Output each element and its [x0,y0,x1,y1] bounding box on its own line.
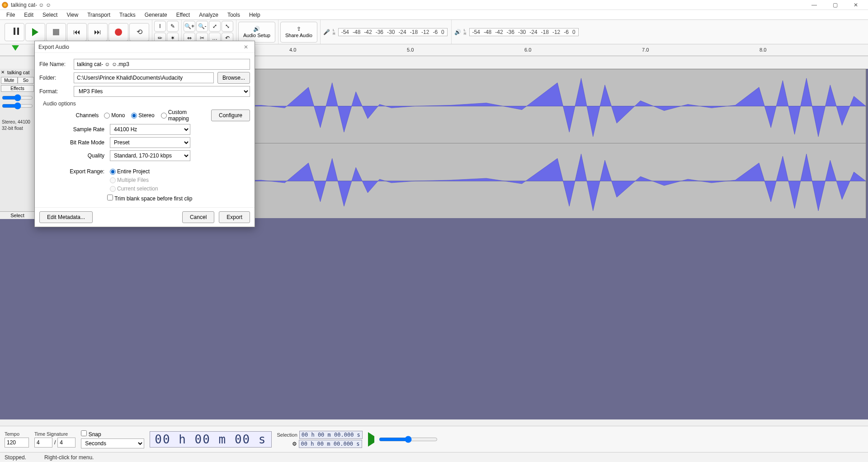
track-control-panel[interactable]: ✕ talking cat Mute So Effects Stereo, 44… [0,69,35,219]
play-at-speed-button[interactable] [368,436,374,443]
share-icon: ⇪ [297,26,301,32]
mono-radio[interactable]: Mono [104,112,125,119]
ruler-tick: 4.0 [289,47,296,52]
minimize-button[interactable]: — [804,0,825,10]
menu-view[interactable]: View [62,11,83,19]
timesig-den-input[interactable] [57,438,75,448]
track-format-info: Stereo, 44100 [2,119,30,124]
quality-select[interactable]: Standard, 170-210 kbps [110,150,190,161]
custom-mapping-radio[interactable]: Custom mapping [161,109,205,122]
menu-tracks[interactable]: Tracks [115,11,140,19]
skip-end-button[interactable] [88,23,108,41]
play-cursor-marker[interactable] [12,45,19,51]
skip-start-button[interactable] [67,23,87,41]
audio-setup-button[interactable]: 🔊 Audio Setup [238,22,275,43]
skip-end-icon [94,28,101,36]
cancel-button[interactable]: Cancel [182,211,214,223]
audio-options-label: Audio options [43,100,250,107]
menu-effect[interactable]: Effect [172,11,194,19]
format-select[interactable]: MP3 Files [74,86,250,97]
timesig-num-input[interactable] [34,438,52,448]
ruler-tick: 8.0 [760,47,766,52]
envelope-tool[interactable]: ✎ [167,21,179,32]
snap-checkbox[interactable]: Snap [81,430,144,438]
menu-transport[interactable]: Transport [83,11,115,19]
configure-button[interactable]: Configure [211,110,250,121]
trim-checkbox[interactable]: Trim blank space before first clip [107,195,192,202]
multiple-files-radio[interactable]: Multiple Files [110,177,149,183]
selection-label: Selection [277,432,297,438]
folder-label: Folder: [39,75,70,81]
filename-input[interactable] [74,59,250,70]
status-right: Right-click for menu. [44,454,94,461]
channels-label: Channels [39,112,101,119]
menu-file[interactable]: File [2,11,19,19]
dialog-close-button[interactable]: ✕ [241,44,251,50]
solo-button[interactable]: So [18,77,34,84]
ruler-tick: 5.0 [407,47,414,52]
edit-metadata-button[interactable]: Edit Metadata... [39,211,93,223]
selection-tool[interactable]: I [154,21,166,32]
sample-rate-select[interactable]: 44100 Hz [110,124,190,135]
pause-button[interactable] [5,23,24,41]
maximize-button[interactable]: ▢ [825,0,845,10]
record-button[interactable] [108,23,128,41]
play-icon [368,432,374,447]
snap-units-select[interactable]: Seconds [81,438,144,448]
gear-icon[interactable]: ⚙ [277,441,297,447]
menu-analyze[interactable]: Analyze [194,11,223,19]
export-button[interactable]: Export [219,211,250,223]
close-window-button[interactable]: ✕ [845,0,866,10]
share-audio-label: Share Audio [285,33,312,38]
bitrate-mode-select[interactable]: Preset [110,137,190,148]
selection-start-field[interactable]: 00 h 00 m 00.000 s [299,431,363,439]
dialog-title: Export Audio [38,44,69,50]
selection-end-field[interactable]: 00 h 00 m 00.000 s [299,440,362,448]
app-icon [2,2,8,8]
folder-input[interactable] [74,72,214,83]
menu-generate[interactable]: Generate [140,11,172,19]
time-display[interactable]: 00 h 00 m 00 s [150,431,271,448]
menu-tools[interactable]: Tools [223,11,245,19]
menu-select[interactable]: Select [38,11,62,19]
stop-button[interactable] [46,23,66,41]
mic-icon: 🎤 [323,29,330,35]
ruler-tick: 7.0 [642,47,649,52]
mute-button[interactable]: Mute [1,77,18,84]
zoom-out-button[interactable]: 🔍- [196,21,208,32]
meter-lr-label: LR [464,29,467,36]
loop-button[interactable] [129,23,149,41]
effects-button[interactable]: Effects [1,85,34,92]
gain-slider[interactable] [2,94,33,100]
window-title: talking cat- ☺ ☺ [11,2,51,8]
browse-button[interactable]: Browse... [217,72,250,84]
zoom-in-button[interactable]: 🔍+ [184,21,195,32]
dialog-titlebar[interactable]: Export Audio ✕ [35,41,255,53]
ruler-tick: 6.0 [524,47,531,52]
track-close-button[interactable]: ✕ [1,70,5,75]
record-meter[interactable]: 🎤 LR -54-48-42-36-30-24-18-12-60 [320,20,450,44]
fit-project-button[interactable]: ⤡ [222,21,233,32]
record-meter-scale: -54-48-42-36-30-24-18-12-60 [338,28,448,36]
track-bit-info: 32-bit float [2,126,23,131]
stereo-radio[interactable]: Stereo [131,112,154,119]
track-name[interactable]: talking cat [7,70,30,75]
tempo-label: Tempo [5,431,29,437]
stop-icon [53,29,59,35]
track-select-button[interactable]: Select [0,211,35,219]
titlebar: talking cat- ☺ ☺ — ▢ ✕ [0,0,868,10]
entire-project-radio[interactable]: Entire Project [110,168,150,175]
menu-help[interactable]: Help [245,11,265,19]
playback-speed-slider[interactable] [379,436,438,443]
share-audio-button[interactable]: ⇪ Share Audio [280,22,317,43]
play-icon [32,28,38,36]
play-button[interactable] [25,23,45,41]
sample-rate-label: Sample Rate [39,126,107,133]
tempo-input[interactable] [5,438,29,448]
playback-meter[interactable]: 🔊 LR -54-48-42-36-30-24-18-12-60 [451,20,581,44]
playback-meter-scale: -54-48-42-36-30-24-18-12-60 [469,28,579,36]
pan-slider[interactable] [2,102,33,109]
menu-edit[interactable]: Edit [19,11,38,19]
current-selection-radio[interactable]: Current selection [110,186,158,192]
fit-selection-button[interactable]: ⤢ [209,21,221,32]
